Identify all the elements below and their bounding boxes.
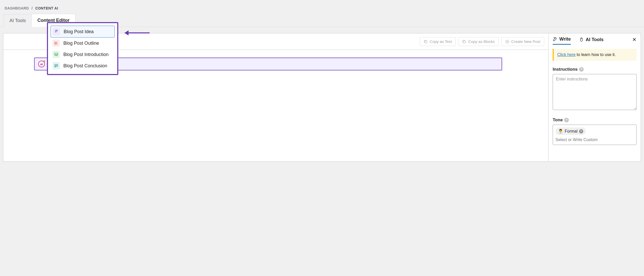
dropdown-item-label: Blog Post Idea bbox=[64, 29, 94, 34]
label-text: Tone bbox=[553, 117, 563, 123]
button-label: Copy as Text bbox=[430, 39, 452, 44]
tone-select[interactable]: 👨‍💼 Formal ✕ bbox=[553, 125, 637, 145]
plus-circle-icon bbox=[505, 40, 509, 44]
label-text: Instructions bbox=[553, 67, 578, 72]
button-label: Copy as Blocks bbox=[468, 39, 495, 44]
svg-point-2 bbox=[55, 43, 55, 43]
tab-ai-tools[interactable]: AI Tools bbox=[4, 14, 32, 27]
tone-input[interactable] bbox=[555, 137, 634, 142]
monitor-icon bbox=[53, 51, 60, 58]
svg-rect-13 bbox=[464, 41, 466, 43]
copy-icon bbox=[424, 40, 428, 44]
sidebar-tab-write[interactable]: Write bbox=[553, 36, 571, 45]
sidebar-tab-label: Write bbox=[559, 36, 571, 42]
autocomplete-dropdown: Blog Post Idea Blog Post Outline Blog Po… bbox=[47, 22, 118, 75]
dropdown-item-blog-post-introduction[interactable]: Blog Post Introduction bbox=[51, 49, 115, 60]
help-icon[interactable]: ? bbox=[579, 67, 584, 72]
tone-chip-label: Formal bbox=[565, 129, 578, 134]
page-tabs: AI Tools Content Editor Blog Post Idea B… bbox=[0, 14, 644, 27]
write-icon bbox=[553, 37, 557, 42]
tone-chip-formal: 👨‍💼 Formal ✕ bbox=[555, 127, 586, 135]
breadcrumb-separator: / bbox=[32, 6, 33, 10]
button-label: Create New Post bbox=[511, 39, 540, 44]
create-new-post-button[interactable]: Create New Post bbox=[501, 37, 544, 46]
svg-point-4 bbox=[55, 44, 55, 44]
close-icon[interactable]: ✕ bbox=[632, 36, 637, 43]
dropdown-item-label: Blog Post Introduction bbox=[63, 52, 109, 57]
sidebar-tab-ai-tools[interactable]: AI Tools bbox=[579, 37, 604, 44]
annotation-arrow bbox=[124, 30, 150, 35]
list-icon bbox=[53, 40, 60, 47]
dropdown-item-blog-post-conclusion[interactable]: Blog Post Conclusion bbox=[51, 60, 115, 71]
copy-as-blocks-button[interactable]: Copy as Blocks bbox=[458, 37, 499, 46]
ai-badge-icon: ai bbox=[38, 61, 45, 67]
copy-as-text-button[interactable]: Copy as Text bbox=[420, 37, 456, 46]
instructions-textarea[interactable] bbox=[553, 74, 637, 110]
svg-rect-9 bbox=[55, 65, 58, 67]
chat-icon bbox=[53, 62, 60, 69]
remove-chip-icon[interactable]: ✕ bbox=[579, 129, 583, 133]
copy-icon bbox=[462, 40, 466, 44]
dropdown-item-blog-post-outline[interactable]: Blog Post Outline bbox=[51, 38, 115, 49]
svg-point-0 bbox=[55, 42, 55, 42]
breadcrumb-current: CONTENT AI bbox=[35, 6, 58, 10]
help-icon[interactable]: ? bbox=[564, 118, 569, 122]
person-emoji-icon: 👨‍💼 bbox=[558, 129, 563, 134]
mouse-icon bbox=[579, 37, 584, 42]
help-notice: Click here to learn how to use it. bbox=[553, 49, 637, 61]
breadcrumb: DASHBOARD / CONTENT AI bbox=[0, 0, 644, 14]
notice-link[interactable]: Click here bbox=[557, 52, 575, 57]
right-sidebar: Write AI Tools ✕ Click here to learn how… bbox=[549, 33, 641, 162]
sidebar-tab-label: AI Tools bbox=[586, 37, 604, 42]
svg-rect-6 bbox=[55, 53, 58, 55]
breadcrumb-root[interactable]: DASHBOARD bbox=[5, 6, 29, 10]
dropdown-item-blog-post-idea[interactable]: Blog Post Idea bbox=[51, 26, 115, 38]
notice-text: to learn how to use it. bbox=[575, 52, 616, 57]
edit-icon bbox=[53, 28, 60, 35]
dropdown-item-label: Blog Post Outline bbox=[63, 41, 99, 46]
instructions-label: Instructions ? bbox=[553, 67, 637, 72]
tone-label: Tone ? bbox=[553, 117, 637, 123]
svg-rect-12 bbox=[425, 41, 427, 43]
dropdown-item-label: Blog Post Conclusion bbox=[63, 63, 107, 69]
